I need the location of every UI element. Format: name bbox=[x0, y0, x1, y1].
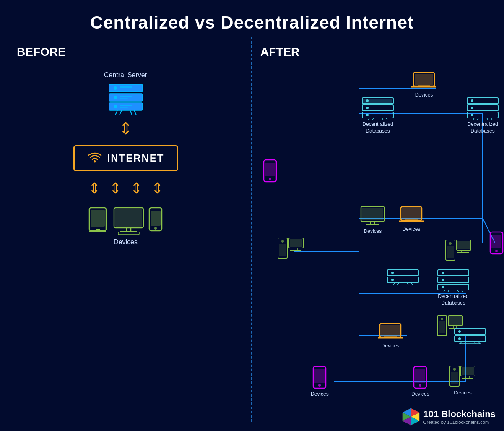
branding: 101 Blockchains Created by 101blockchain… bbox=[402, 407, 496, 426]
bot-laptop-label: Devices bbox=[382, 343, 400, 350]
svg-rect-64 bbox=[265, 163, 275, 176]
mid-db-right-label: DecentralizedDatabases bbox=[438, 293, 468, 306]
node-bot-db-right bbox=[453, 327, 487, 348]
after-label: AFTER bbox=[260, 45, 496, 59]
svg-point-104 bbox=[495, 250, 498, 252]
svg-point-17 bbox=[94, 161, 96, 163]
svg-rect-23 bbox=[115, 209, 142, 227]
svg-rect-77 bbox=[279, 244, 286, 256]
brand-sub: Created by 101blockchains.com bbox=[423, 420, 496, 425]
devices-label: Devices bbox=[114, 238, 138, 246]
node-left-desktop bbox=[277, 237, 304, 260]
svg-point-117 bbox=[391, 272, 394, 274]
after-network: Devices Decentralize bbox=[260, 63, 496, 431]
svg-rect-48 bbox=[415, 74, 433, 85]
svg-line-15 bbox=[134, 110, 136, 115]
brand-name: 101 Blockchains bbox=[423, 409, 496, 420]
svg-rect-19 bbox=[91, 210, 105, 227]
svg-point-76 bbox=[281, 240, 284, 243]
svg-point-65 bbox=[269, 178, 271, 180]
svg-rect-147 bbox=[314, 369, 325, 383]
node-bot-phone-right: Devices bbox=[411, 365, 429, 398]
svg-rect-27 bbox=[118, 232, 139, 235]
svg-point-138 bbox=[458, 330, 461, 333]
svg-rect-2 bbox=[120, 86, 132, 88]
svg-point-95 bbox=[449, 242, 452, 245]
node-mid-laptop: Devices bbox=[399, 206, 424, 233]
node-bot-phone-left: Devices bbox=[311, 365, 329, 398]
svg-rect-103 bbox=[491, 235, 501, 248]
node-top-db: DecentralizedDatabases bbox=[361, 97, 395, 134]
node-mid-monitor: Devices bbox=[360, 206, 385, 235]
right-db-top-label: DecentralizedDatabases bbox=[467, 121, 498, 134]
bot-desktop-label: Devices bbox=[454, 390, 472, 397]
svg-rect-3 bbox=[120, 89, 128, 89]
node-right-phone bbox=[489, 231, 504, 255]
svg-point-9 bbox=[114, 105, 117, 108]
svg-point-57 bbox=[366, 114, 369, 116]
central-server-label: Central Server bbox=[104, 71, 147, 79]
after-column: AFTER bbox=[252, 37, 504, 422]
mid-monitor-label: Devices bbox=[364, 228, 382, 235]
svg-rect-72 bbox=[402, 208, 421, 219]
before-column: BEFORE Central Server bbox=[0, 37, 252, 422]
svg-point-119 bbox=[391, 279, 394, 281]
svg-rect-156 bbox=[462, 367, 474, 375]
svg-rect-129 bbox=[449, 316, 462, 325]
top-db-label: DecentralizedDatabases bbox=[362, 121, 393, 134]
svg-rect-10 bbox=[120, 105, 132, 106]
svg-point-140 bbox=[458, 337, 461, 340]
svg-point-55 bbox=[366, 107, 369, 109]
svg-rect-154 bbox=[451, 372, 458, 384]
devices-icons-row bbox=[87, 206, 164, 235]
svg-point-5 bbox=[114, 96, 117, 99]
main-title: Centralized vs Decentralized Internet bbox=[0, 0, 504, 33]
svg-rect-127 bbox=[439, 321, 445, 333]
internet-label: INTERNET bbox=[107, 152, 164, 164]
svg-point-88 bbox=[471, 114, 473, 116]
monitor-icon bbox=[112, 206, 145, 235]
svg-point-30 bbox=[154, 227, 157, 230]
node-mid-db-right: DecentralizedDatabases bbox=[436, 269, 470, 306]
node-right-monitor bbox=[445, 239, 472, 262]
svg-point-126 bbox=[441, 318, 443, 320]
svg-point-148 bbox=[318, 384, 321, 387]
svg-point-153 bbox=[453, 368, 456, 371]
top-laptop-label: Devices bbox=[415, 92, 433, 99]
brand-logo bbox=[402, 407, 420, 426]
bot-phone-right-label: Devices bbox=[411, 391, 429, 398]
svg-point-108 bbox=[442, 279, 444, 281]
svg-rect-6 bbox=[120, 96, 132, 97]
before-label: BEFORE bbox=[17, 45, 234, 59]
before-content: Central Server bbox=[17, 71, 234, 246]
svg-point-53 bbox=[366, 99, 369, 102]
svg-rect-11 bbox=[120, 107, 128, 108]
svg-rect-29 bbox=[151, 211, 161, 226]
node-bot-desktop: Devices bbox=[449, 365, 476, 397]
svg-line-13 bbox=[120, 110, 122, 115]
before-devices: Devices bbox=[87, 206, 164, 246]
internet-box: INTERNET bbox=[73, 145, 178, 171]
svg-rect-98 bbox=[457, 241, 470, 249]
svg-point-106 bbox=[442, 272, 444, 274]
node-left-phone bbox=[262, 159, 278, 183]
svg-rect-134 bbox=[381, 325, 400, 336]
svg-point-1 bbox=[114, 86, 117, 90]
svg-line-12 bbox=[115, 110, 117, 115]
svg-point-110 bbox=[442, 286, 444, 288]
svg-rect-96 bbox=[447, 246, 454, 258]
svg-rect-67 bbox=[362, 208, 383, 220]
arrow-server-internet: ⇕ bbox=[119, 120, 133, 137]
arrows-multiple: ⇕ ⇕ ⇕ ⇕ bbox=[88, 180, 164, 197]
svg-point-86 bbox=[471, 107, 473, 109]
svg-rect-79 bbox=[290, 239, 302, 247]
node-top-laptop: Devices bbox=[411, 71, 436, 99]
brand-text: 101 Blockchains Created by 101blockchain… bbox=[423, 409, 496, 425]
mid-laptop-label: Devices bbox=[403, 226, 421, 233]
node-right-db-top: DecentralizedDatabases bbox=[466, 97, 499, 134]
svg-point-151 bbox=[419, 384, 421, 387]
svg-point-84 bbox=[471, 99, 473, 102]
svg-rect-7 bbox=[120, 98, 128, 99]
bot-phone-left-label: Devices bbox=[311, 391, 329, 398]
tablet-icon bbox=[87, 206, 110, 235]
